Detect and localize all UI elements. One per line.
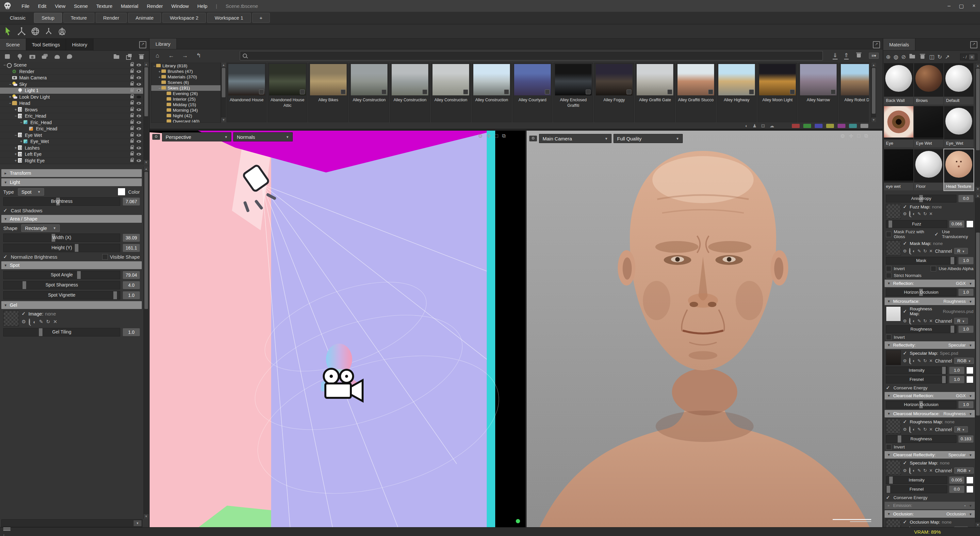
lock-icon[interactable] — [130, 102, 134, 105]
menu-scene[interactable]: Scene — [74, 3, 88, 9]
assign-to-selection-icon[interactable]: ◫ — [929, 54, 934, 60]
tab-tool-settings[interactable]: Tool Settings — [26, 38, 66, 50]
color-swatch[interactable] — [966, 477, 974, 484]
menu-window[interactable]: Window — [172, 3, 189, 9]
favorite-checkbox[interactable] — [259, 89, 264, 94]
add-mesh-icon[interactable] — [4, 53, 11, 60]
slider-track[interactable]: Fresnel — [886, 375, 947, 383]
checkbox-item[interactable]: Invert — [886, 334, 905, 340]
map-thumbnail[interactable] — [886, 519, 901, 527]
slider-track[interactable]: Horizon Occlusion — [886, 401, 956, 409]
checkbox-item[interactable]: ✓Conserve Energy — [886, 385, 928, 391]
slider-value[interactable]: 4.0 — [123, 281, 140, 289]
visibility-eye-icon[interactable] — [137, 127, 141, 130]
favorite-checkbox[interactable] — [749, 89, 754, 94]
clear-icon[interactable]: ✕ — [929, 427, 932, 432]
slider-value[interactable]: 161.1 — [123, 244, 140, 252]
split-view-icon[interactable]: ✛ — [849, 133, 853, 139]
back-icon[interactable]: ← — [167, 52, 175, 59]
add-camera-icon[interactable] — [29, 53, 36, 60]
library-item[interactable]: Alley Narrow — [799, 63, 838, 122]
dropdown-select[interactable]: Rectangle▼ — [21, 224, 59, 232]
material-item[interactable]: Floor — [914, 149, 943, 191]
export-icon[interactable]: ⇑ — [844, 52, 849, 59]
slider-track[interactable]: Fuzz — [886, 220, 947, 228]
popout-view-icon[interactable]: ⧉ — [502, 133, 506, 139]
material-item[interactable]: Default — [944, 64, 974, 105]
material-item[interactable]: Eye — [884, 106, 913, 147]
library-tree-row[interactable]: Midday (15) — [151, 102, 221, 107]
visibility-eye-icon[interactable] — [137, 147, 141, 149]
scene-tree-row[interactable]: Eric_Head — [0, 126, 143, 132]
library-item[interactable]: Alley Construction — [431, 63, 471, 122]
slider-value[interactable]: 1.0 — [949, 376, 964, 383]
visibility-eye-icon[interactable] — [137, 64, 141, 66]
maximize-view-icon[interactable]: □ — [495, 133, 498, 139]
color-swatch[interactable] — [966, 486, 974, 493]
workspace-tab[interactable]: Workspace 2 — [162, 13, 206, 23]
visibility-eye-icon[interactable] — [137, 108, 141, 111]
search-input[interactable] — [250, 53, 771, 59]
lock-icon[interactable] — [130, 140, 134, 143]
lock-icon[interactable] — [130, 76, 134, 79]
map-enabled-checkbox[interactable]: ✓ — [903, 519, 908, 525]
material-item[interactable]: eye wet — [884, 149, 913, 191]
visibility-eye-icon[interactable] — [137, 102, 141, 105]
section-mode-dropdown[interactable]: Specular ▼ — [948, 452, 972, 457]
reload-icon[interactable]: ↻ — [923, 248, 927, 253]
edit-icon[interactable]: ✎ — [918, 358, 921, 363]
section-mode-dropdown[interactable]: Specular ▼ — [948, 343, 972, 348]
slider-value[interactable]: 0.0 — [958, 195, 974, 202]
favorite-checkbox[interactable] — [831, 89, 835, 94]
slider-track[interactable]: Width (X) — [3, 234, 120, 242]
scene-tree-row[interactable]: + Eye_Wet — [0, 138, 143, 145]
slider-value[interactable]: 0.066 — [949, 221, 964, 227]
scene-tree-row[interactable]: + Right Eye — [0, 158, 143, 164]
light-properties-scrollbar[interactable]: ▲▼ — [143, 167, 149, 519]
slider-value[interactable]: 1.0 — [958, 326, 974, 333]
expander-icon[interactable]: + — [14, 152, 18, 156]
popout-view-icon[interactable]: ⧉ — [864, 133, 868, 139]
channel-dropdown[interactable]: RGB▼ — [954, 468, 974, 474]
library-search[interactable] — [240, 51, 823, 60]
favorite-checkbox[interactable] — [504, 89, 509, 94]
delete-icon[interactable] — [138, 53, 145, 60]
color-swatch[interactable] — [966, 376, 974, 383]
scene-tree-row[interactable]: − Head — [0, 100, 143, 107]
lock-icon[interactable] — [130, 108, 134, 111]
lock-icon[interactable] — [130, 83, 134, 86]
library-tree-row[interactable]: Night (42) — [151, 113, 221, 119]
forward-icon[interactable]: → — [181, 52, 189, 59]
map-thumbnail[interactable] — [3, 311, 19, 326]
lock-icon[interactable] — [130, 96, 134, 98]
reload-icon[interactable]: ↻ — [923, 358, 927, 363]
maximize-button[interactable]: ▢ — [959, 3, 964, 9]
library-tree-row[interactable]: + Brushes (47) — [151, 68, 221, 74]
library-item[interactable]: Alley Courtyard — [512, 63, 552, 122]
library-item[interactable]: Alley Highway — [717, 63, 757, 122]
library-tree-row[interactable]: + Materials (370) — [151, 74, 221, 80]
viewport-perspective[interactable]: Perspective▼ Normals▼ ⚙ ✛ □ ⧉ — [150, 130, 525, 527]
visibility-eye-icon[interactable] — [137, 121, 141, 124]
tag-swatch[interactable] — [803, 124, 811, 128]
clear-icon[interactable]: ✕ — [929, 248, 932, 253]
tag-swatch[interactable] — [849, 124, 857, 128]
tag-swatch[interactable] — [861, 124, 868, 128]
export-icon[interactable]: ↗ — [945, 54, 950, 60]
expander-icon[interactable]: + — [158, 70, 161, 73]
sphere-preview-icon[interactable]: ◐ — [33, 319, 36, 324]
search-icon[interactable] — [909, 427, 910, 432]
slider-track[interactable]: Brightness — [3, 197, 120, 206]
lock-icon[interactable] — [130, 159, 134, 162]
favorite-checkbox[interactable] — [627, 89, 632, 94]
edit-icon[interactable]: ✎ — [918, 248, 921, 253]
add-material-icon[interactable]: ⊕ — [886, 54, 891, 60]
sky-filter-icon[interactable]: ◐ — [745, 123, 748, 128]
console-icon[interactable]: ›_ — [3, 527, 10, 536]
map-enabled-checkbox[interactable]: ✓ — [903, 460, 908, 466]
expander-icon[interactable]: − — [8, 101, 12, 105]
checkbox-item[interactable]: Mask Fuzz with Gloss — [886, 229, 932, 239]
scale-tool-icon[interactable] — [45, 27, 53, 36]
reload-icon[interactable]: ↻ — [923, 318, 927, 323]
expander-icon[interactable]: + — [14, 158, 18, 163]
